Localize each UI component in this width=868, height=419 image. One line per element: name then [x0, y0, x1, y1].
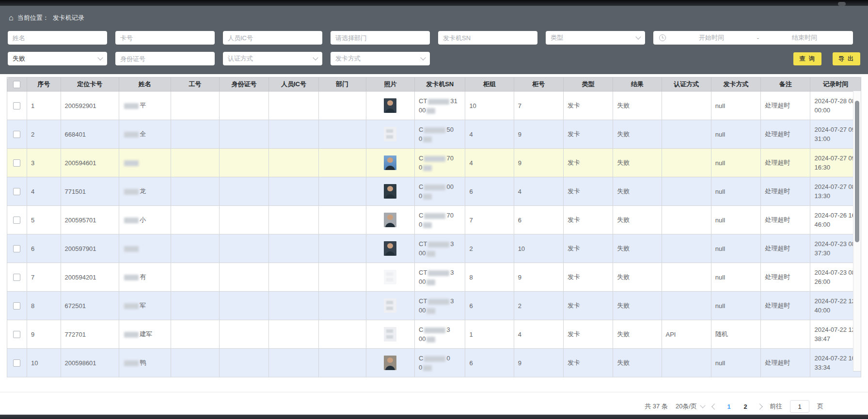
query-button[interactable]: 查 询 — [793, 52, 821, 65]
home-icon[interactable]: ⌂ — [9, 14, 14, 22]
filter-row-2: 失败 认证方式 发卡方式 查 询 导 出 — [8, 52, 860, 65]
table-row[interactable]: 5200595701小C70076发卡失败null处理超时2024-07-26 … — [7, 206, 861, 234]
range-separator: - — [757, 34, 759, 42]
row-checkbox[interactable] — [13, 302, 20, 310]
cell-seq: 8 — [27, 292, 61, 320]
cell-checkbox — [7, 263, 27, 292]
prev-page-button[interactable] — [711, 403, 718, 410]
column-header-3: 姓名 — [119, 78, 171, 92]
column-header-1: 序号 — [27, 78, 61, 92]
cell-name: 全 — [119, 120, 171, 149]
window-footer — [0, 415, 868, 419]
goto-suffix: 页 — [817, 402, 823, 411]
cell-department — [318, 177, 366, 206]
issue-method-select[interactable]: 发卡方式 — [331, 52, 430, 65]
cell-result: 失败 — [613, 92, 662, 120]
scroll-up-icon[interactable] — [855, 93, 859, 97]
auth-method-select[interactable]: 认证方式 — [223, 52, 322, 65]
person-photo[interactable] — [384, 270, 396, 284]
row-checkbox[interactable] — [13, 245, 20, 252]
person-photo[interactable] — [384, 356, 396, 370]
page-number-1[interactable]: 1 — [725, 403, 733, 410]
redacted-name — [124, 360, 139, 366]
person-photo[interactable] — [384, 127, 396, 141]
next-page-button[interactable] — [757, 403, 763, 410]
cell-department — [318, 263, 366, 292]
cell-type: 发卡 — [563, 92, 613, 120]
row-checkbox[interactable] — [13, 188, 20, 195]
cell-machine-sn: C700 — [415, 149, 465, 177]
cell-cabinet-number: 9 — [514, 149, 563, 177]
chevron-down-icon — [700, 403, 705, 408]
cell-seq: 4 — [27, 177, 61, 206]
table-row[interactable]: 9772701建军C30014发卡失败API随机2024-07-22 12:38… — [7, 320, 861, 349]
scroll-down-icon[interactable] — [855, 365, 859, 369]
result-select-value: 失败 — [13, 54, 25, 63]
table-row[interactable]: 1200592901平CT3100107发卡失败null处理超时2024-07-… — [7, 92, 861, 120]
table-row[interactable]: 4771501龙C00064发卡失败null处理超时2024-07-27 08:… — [7, 177, 861, 206]
cell-department — [318, 206, 366, 234]
table-row[interactable]: 7200594201有CT30089发卡失败null处理超时2024-07-23… — [7, 263, 861, 292]
goto-page-input[interactable] — [790, 400, 809, 413]
chevron-down-icon — [635, 34, 641, 39]
table-row[interactable]: 3200594601C70049发卡失败null处理超时2024-07-27 0… — [7, 149, 861, 177]
row-checkbox[interactable] — [13, 102, 20, 109]
person-photo[interactable] — [384, 327, 396, 341]
cell-machine-sn: CT300 — [415, 234, 465, 263]
table-row[interactable]: 6200597901CT300210发卡失败null处理超时2024-07-23… — [7, 234, 861, 263]
cell-emp-id — [171, 120, 219, 149]
scrollbar-thumb[interactable] — [855, 101, 859, 242]
page-number-2[interactable]: 2 — [741, 403, 750, 410]
column-header-9: 发卡机SN — [415, 78, 465, 92]
cell-photo — [366, 263, 414, 292]
department-select-input[interactable] — [331, 31, 430, 45]
table-row[interactable]: 8672501军CT30062发卡失败null处理超时2024-07-22 12… — [7, 292, 861, 320]
cell-issue-method: null — [711, 206, 760, 234]
export-button[interactable]: 导 出 — [833, 52, 860, 65]
cell-name — [119, 234, 171, 263]
table-row[interactable]: 10200598601鸭C0069发卡失败null处理超时2024-07-22 … — [7, 349, 861, 377]
cell-id-number — [219, 120, 268, 149]
person-photo[interactable] — [384, 241, 396, 256]
cell-machine-sn: C00 — [415, 349, 465, 377]
person-photo[interactable] — [384, 298, 396, 313]
page-size-select[interactable]: 20条/页 — [676, 402, 705, 411]
row-checkbox[interactable] — [13, 217, 20, 224]
row-checkbox[interactable] — [13, 274, 20, 281]
card-number-input[interactable] — [115, 31, 215, 45]
cell-type: 发卡 — [563, 349, 613, 377]
table-row[interactable]: 2668401全C50049发卡失败null处理超时2024-07-27 09:… — [7, 120, 861, 149]
redacted-name — [124, 246, 139, 252]
cell-person-ic — [269, 92, 318, 120]
cell-note: 处理超时 — [761, 292, 810, 320]
cell-name: 建军 — [119, 320, 171, 349]
redacted-sn — [423, 222, 432, 228]
cell-cabinet-number: 2 — [514, 292, 563, 320]
table-scrollbar[interactable] — [853, 91, 861, 372]
cell-note: 处理超时 — [761, 234, 810, 263]
select-all-checkbox[interactable] — [13, 81, 20, 88]
redacted-sn — [426, 108, 435, 114]
person-photo[interactable] — [384, 155, 396, 170]
type-select[interactable]: 类型 — [546, 31, 645, 45]
column-header-17: 记录时间 — [810, 78, 861, 92]
row-checkbox[interactable] — [13, 359, 20, 367]
person-photo[interactable] — [384, 184, 396, 199]
row-checkbox[interactable] — [13, 331, 20, 338]
result-select[interactable]: 失败 — [8, 52, 107, 65]
cell-card-number: 668401 — [61, 120, 119, 149]
name-input[interactable] — [8, 31, 107, 45]
cell-note: 处理超时 — [761, 92, 810, 120]
row-checkbox[interactable] — [13, 131, 20, 138]
daterange-picker[interactable]: 开始时间 - 结束时间 — [653, 31, 853, 45]
person-ic-input[interactable] — [223, 31, 322, 45]
person-photo[interactable] — [384, 213, 396, 227]
cell-seq: 3 — [27, 149, 61, 177]
person-photo[interactable] — [384, 98, 396, 113]
row-checkbox[interactable] — [13, 159, 20, 167]
cell-cabinet-group: 7 — [465, 206, 514, 234]
cell-type: 发卡 — [563, 120, 613, 149]
machine-sn-input[interactable] — [438, 31, 537, 45]
redacted-sn — [424, 327, 445, 333]
idcard-input[interactable] — [115, 52, 215, 65]
